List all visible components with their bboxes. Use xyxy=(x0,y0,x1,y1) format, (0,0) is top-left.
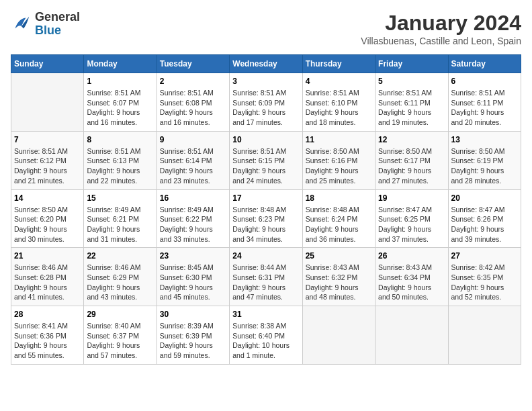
day-info: Sunrise: 8:44 AMSunset: 6:31 PMDaylight:… xyxy=(232,263,299,302)
day-number: 6 xyxy=(451,77,518,86)
day-number: 12 xyxy=(378,135,445,144)
day-number: 15 xyxy=(87,193,153,203)
day-number: 27 xyxy=(451,251,518,261)
day-number: 24 xyxy=(232,251,299,261)
day-info: Sunrise: 8:51 AMSunset: 6:11 PMDaylight:… xyxy=(451,88,518,128)
day-number: 22 xyxy=(87,251,153,261)
day-number: 4 xyxy=(306,77,372,86)
calendar-day-cell: 26Sunrise: 8:43 AMSunset: 6:34 PMDayligh… xyxy=(375,248,448,306)
calendar-day-cell: 24Sunrise: 8:44 AMSunset: 6:31 PMDayligh… xyxy=(230,248,302,306)
day-info: Sunrise: 8:51 AMSunset: 6:11 PMDaylight:… xyxy=(378,88,445,128)
weekday-header-saturday: Saturday xyxy=(448,55,521,73)
day-number: 21 xyxy=(14,251,81,261)
calendar-week-row: 7Sunrise: 8:51 AMSunset: 6:12 PMDaylight… xyxy=(11,131,521,189)
calendar-day-cell: 13Sunrise: 8:50 AMSunset: 6:19 PMDayligh… xyxy=(448,131,521,189)
calendar-day-cell: 20Sunrise: 8:47 AMSunset: 6:26 PMDayligh… xyxy=(448,189,521,248)
day-info: Sunrise: 8:51 AMSunset: 6:09 PMDaylight:… xyxy=(232,88,299,128)
calendar-day-cell: 5Sunrise: 8:51 AMSunset: 6:11 PMDaylight… xyxy=(375,73,448,132)
weekday-header-monday: Monday xyxy=(84,55,157,73)
day-number: 5 xyxy=(378,77,445,86)
calendar-header: SundayMondayTuesdayWednesdayThursdayFrid… xyxy=(11,55,521,73)
calendar-day-cell: 30Sunrise: 8:39 AMSunset: 6:39 PMDayligh… xyxy=(157,306,229,365)
calendar-day-cell: 7Sunrise: 8:51 AMSunset: 6:12 PMDaylight… xyxy=(11,131,84,189)
day-number: 17 xyxy=(232,193,299,203)
calendar-day-cell: 27Sunrise: 8:42 AMSunset: 6:35 PMDayligh… xyxy=(448,248,521,306)
logo-icon xyxy=(11,13,32,35)
logo-text: General Blue xyxy=(35,11,80,38)
day-number: 1 xyxy=(87,77,153,86)
day-number: 9 xyxy=(160,135,226,144)
calendar-day-cell: 16Sunrise: 8:49 AMSunset: 6:22 PMDayligh… xyxy=(157,189,229,248)
day-info: Sunrise: 8:43 AMSunset: 6:34 PMDaylight:… xyxy=(378,263,445,302)
weekday-header-tuesday: Tuesday xyxy=(157,55,229,73)
day-number: 25 xyxy=(306,251,372,261)
day-info: Sunrise: 8:48 AMSunset: 6:24 PMDaylight:… xyxy=(306,205,372,244)
calendar-day-cell: 15Sunrise: 8:49 AMSunset: 6:21 PMDayligh… xyxy=(84,189,157,248)
calendar-day-cell: 22Sunrise: 8:46 AMSunset: 6:29 PMDayligh… xyxy=(84,248,157,306)
calendar-week-row: 28Sunrise: 8:41 AMSunset: 6:36 PMDayligh… xyxy=(11,306,521,365)
calendar-day-cell: 18Sunrise: 8:48 AMSunset: 6:24 PMDayligh… xyxy=(302,189,375,248)
day-info: Sunrise: 8:51 AMSunset: 6:12 PMDaylight:… xyxy=(14,146,81,186)
calendar-week-row: 1Sunrise: 8:51 AMSunset: 6:07 PMDaylight… xyxy=(11,73,521,132)
calendar-day-cell: 21Sunrise: 8:46 AMSunset: 6:28 PMDayligh… xyxy=(11,248,84,306)
calendar-day-cell: 4Sunrise: 8:51 AMSunset: 6:10 PMDaylight… xyxy=(302,73,375,132)
day-info: Sunrise: 8:43 AMSunset: 6:32 PMDaylight:… xyxy=(306,263,372,302)
day-info: Sunrise: 8:50 AMSunset: 6:17 PMDaylight:… xyxy=(378,146,445,186)
day-info: Sunrise: 8:51 AMSunset: 6:13 PMDaylight:… xyxy=(87,146,153,186)
day-info: Sunrise: 8:40 AMSunset: 6:37 PMDaylight:… xyxy=(87,321,153,361)
calendar-week-row: 21Sunrise: 8:46 AMSunset: 6:28 PMDayligh… xyxy=(11,248,521,306)
day-info: Sunrise: 8:46 AMSunset: 6:29 PMDaylight:… xyxy=(87,263,153,302)
calendar-day-cell: 8Sunrise: 8:51 AMSunset: 6:13 PMDaylight… xyxy=(84,131,157,189)
day-info: Sunrise: 8:51 AMSunset: 6:08 PMDaylight:… xyxy=(160,88,226,128)
day-number: 11 xyxy=(306,135,372,144)
day-number: 20 xyxy=(451,193,518,203)
weekday-header-thursday: Thursday xyxy=(302,55,375,73)
day-number: 3 xyxy=(232,77,299,86)
logo: General Blue xyxy=(11,11,80,38)
calendar-day-cell: 14Sunrise: 8:50 AMSunset: 6:20 PMDayligh… xyxy=(11,189,84,248)
calendar-day-cell xyxy=(375,306,448,365)
calendar-week-row: 14Sunrise: 8:50 AMSunset: 6:20 PMDayligh… xyxy=(11,189,521,248)
calendar-day-cell: 28Sunrise: 8:41 AMSunset: 6:36 PMDayligh… xyxy=(11,306,84,365)
day-info: Sunrise: 8:45 AMSunset: 6:30 PMDaylight:… xyxy=(160,263,226,302)
day-number: 30 xyxy=(160,310,226,319)
title-block: January 2024 Villasbuenas, Castille and … xyxy=(361,11,521,46)
day-number: 10 xyxy=(232,135,299,144)
page-header: General Blue January 2024 Villasbuenas, … xyxy=(11,11,521,46)
day-number: 8 xyxy=(87,135,153,144)
calendar-day-cell: 1Sunrise: 8:51 AMSunset: 6:07 PMDaylight… xyxy=(84,73,157,132)
day-info: Sunrise: 8:49 AMSunset: 6:21 PMDaylight:… xyxy=(87,205,153,244)
day-info: Sunrise: 8:51 AMSunset: 6:14 PMDaylight:… xyxy=(160,146,226,186)
day-info: Sunrise: 8:50 AMSunset: 6:19 PMDaylight:… xyxy=(451,146,518,186)
calendar-day-cell: 12Sunrise: 8:50 AMSunset: 6:17 PMDayligh… xyxy=(375,131,448,189)
day-info: Sunrise: 8:51 AMSunset: 6:07 PMDaylight:… xyxy=(87,88,153,128)
calendar-day-cell: 29Sunrise: 8:40 AMSunset: 6:37 PMDayligh… xyxy=(84,306,157,365)
day-number: 28 xyxy=(14,310,81,319)
calendar-day-cell: 2Sunrise: 8:51 AMSunset: 6:08 PMDaylight… xyxy=(157,73,229,132)
calendar-day-cell: 19Sunrise: 8:47 AMSunset: 6:25 PMDayligh… xyxy=(375,189,448,248)
day-number: 16 xyxy=(160,193,226,203)
day-number: 19 xyxy=(378,193,445,203)
day-info: Sunrise: 8:47 AMSunset: 6:25 PMDaylight:… xyxy=(378,205,445,244)
calendar-day-cell: 31Sunrise: 8:38 AMSunset: 6:40 PMDayligh… xyxy=(230,306,302,365)
day-info: Sunrise: 8:38 AMSunset: 6:40 PMDaylight:… xyxy=(232,321,299,361)
calendar-day-cell: 9Sunrise: 8:51 AMSunset: 6:14 PMDaylight… xyxy=(157,131,229,189)
day-number: 2 xyxy=(160,77,226,86)
day-info: Sunrise: 8:49 AMSunset: 6:22 PMDaylight:… xyxy=(160,205,226,244)
calendar-day-cell: 6Sunrise: 8:51 AMSunset: 6:11 PMDaylight… xyxy=(448,73,521,132)
day-number: 31 xyxy=(232,310,299,319)
calendar-day-cell: 17Sunrise: 8:48 AMSunset: 6:23 PMDayligh… xyxy=(230,189,302,248)
day-info: Sunrise: 8:41 AMSunset: 6:36 PMDaylight:… xyxy=(14,321,81,361)
day-info: Sunrise: 8:42 AMSunset: 6:35 PMDaylight:… xyxy=(451,263,518,302)
weekday-header-friday: Friday xyxy=(375,55,448,73)
calendar-body: 1Sunrise: 8:51 AMSunset: 6:07 PMDaylight… xyxy=(11,73,521,365)
day-number: 23 xyxy=(160,251,226,261)
day-number: 13 xyxy=(451,135,518,144)
day-number: 14 xyxy=(14,193,81,203)
calendar-day-cell: 3Sunrise: 8:51 AMSunset: 6:09 PMDaylight… xyxy=(230,73,302,132)
calendar-day-cell xyxy=(11,73,84,132)
day-info: Sunrise: 8:46 AMSunset: 6:28 PMDaylight:… xyxy=(14,263,81,302)
day-number: 7 xyxy=(14,135,81,144)
day-number: 29 xyxy=(87,310,153,319)
day-info: Sunrise: 8:50 AMSunset: 6:16 PMDaylight:… xyxy=(306,146,372,186)
